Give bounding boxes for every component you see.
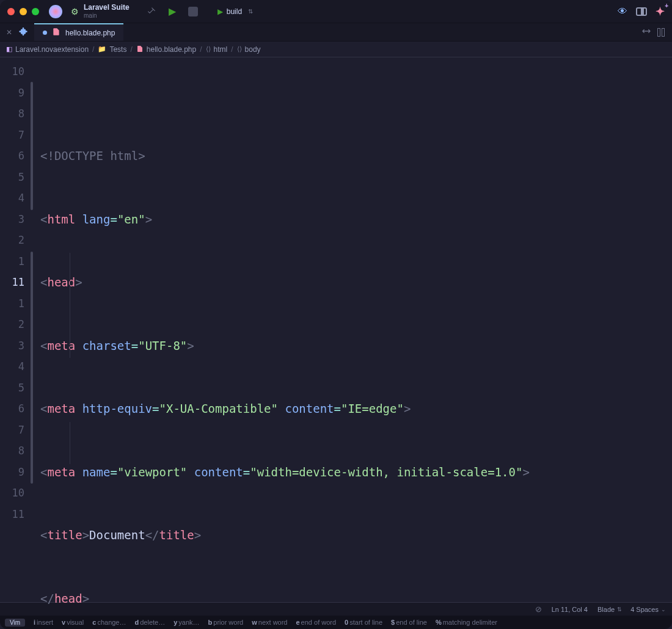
- chevron-updown-icon: ⇅: [248, 8, 253, 15]
- close-tab-button[interactable]: ✕: [6, 28, 12, 37]
- close-window-button[interactable]: [7, 8, 15, 15]
- build-config-label: build: [227, 7, 242, 16]
- code-symbol-icon: ⟨⟩: [206, 45, 211, 53]
- extension-icon[interactable]: [18, 26, 28, 38]
- maximize-window-button[interactable]: [32, 8, 39, 15]
- minimize-window-button[interactable]: [20, 8, 27, 15]
- preview-button[interactable]: 👁: [618, 6, 627, 17]
- blade-file-icon: [52, 27, 60, 38]
- app-icon: [49, 5, 62, 18]
- line-number-gutter[interactable]: 10 9 8 7 6 5 4 3 2 1 11 1 2 3 4 5 6 7 8 …: [0, 57, 31, 602]
- extension-icon: ◧: [6, 45, 12, 53]
- blade-file-icon: [136, 45, 144, 54]
- project-selector[interactable]: ⚙ Laravel Suite main: [71, 4, 130, 18]
- breadcrumb-bar: ◧ Laravel.novaextension / 📁 Tests / hell…: [0, 42, 672, 57]
- toggle-sidebar-button[interactable]: [636, 7, 647, 16]
- play-icon: ▶: [217, 7, 223, 16]
- project-name: Laravel Suite: [84, 4, 130, 12]
- stop-button[interactable]: [186, 4, 200, 19]
- breadcrumb-separator: /: [200, 45, 202, 54]
- breadcrumb-separator: /: [130, 45, 132, 54]
- breadcrumb-separator: /: [231, 45, 233, 54]
- breadcrumb-item[interactable]: ⟨⟩ html: [206, 45, 228, 54]
- tab-filename: hello.blade.php: [65, 29, 115, 37]
- breadcrumb-separator: /: [92, 45, 94, 54]
- code-symbol-icon: ⟨⟩: [237, 45, 242, 53]
- run-button[interactable]: ▶: [165, 4, 180, 19]
- tab-hello-blade[interactable]: hello.blade.php: [34, 23, 123, 41]
- breadcrumb-item[interactable]: 📁 Tests: [98, 45, 126, 54]
- breadcrumb-item[interactable]: hello.blade.php: [136, 45, 196, 54]
- breadcrumb-item[interactable]: ⟨⟩ body: [237, 45, 261, 54]
- vim-mode-badge: Vim: [5, 619, 25, 627]
- breadcrumb-item[interactable]: ◧ Laravel.novaextension: [6, 45, 89, 54]
- titlebar: ⚙ Laravel Suite main ▶ ▶ build ⇅ 👁 ✦: [0, 0, 672, 23]
- build-config-selector[interactable]: ▶ build ⇅: [213, 6, 258, 17]
- gear-icon: ⚙: [71, 7, 79, 16]
- code-content[interactable]: <!DOCTYPE html> <html lang="en"> <head> …: [34, 57, 672, 602]
- code-editor[interactable]: 10 9 8 7 6 5 4 3 2 1 11 1 2 3 4 5 6 7 8 …: [0, 57, 672, 602]
- tab-bar: ✕ hello.blade.php: [0, 23, 672, 42]
- build-button[interactable]: [144, 4, 159, 19]
- branch-name: main: [84, 12, 130, 19]
- split-editor-button[interactable]: [657, 28, 665, 37]
- related-files-button[interactable]: [641, 26, 651, 38]
- window-controls: [7, 8, 39, 15]
- modified-indicator-icon: [43, 31, 47, 35]
- ai-assistant-button[interactable]: ✦: [656, 5, 665, 18]
- folder-icon: 📁: [98, 45, 106, 53]
